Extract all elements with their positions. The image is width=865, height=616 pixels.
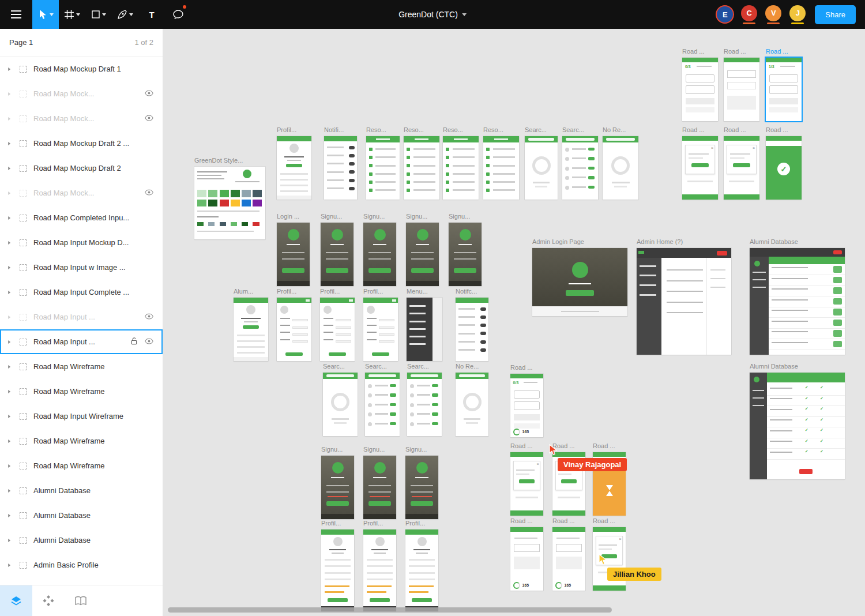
- canvas-frame[interactable]: Road ...×: [724, 136, 759, 200]
- expand-chevron-icon[interactable]: [7, 439, 13, 444]
- canvas-frame[interactable]: Road ...✓: [766, 136, 802, 200]
- layer-row[interactable]: Road Map Mockup Draft 1: [0, 57, 163, 81]
- frame-title[interactable]: Road ...: [593, 442, 615, 449]
- frame-title[interactable]: Searc...: [365, 363, 387, 370]
- canvas-frame[interactable]: Signu...: [406, 223, 439, 286]
- layer-row[interactable]: Admin Basic Profile: [0, 553, 163, 577]
- frame-title[interactable]: Profil...: [320, 288, 340, 295]
- frame-title[interactable]: Login ...: [277, 213, 299, 220]
- eye-icon[interactable]: [145, 313, 153, 321]
- frame-title[interactable]: Road ...: [510, 364, 533, 371]
- frame-title[interactable]: Notifi...: [324, 126, 344, 133]
- canvas-frame[interactable]: Road ...1/3: [766, 58, 802, 121]
- frame-title[interactable]: Road ...: [552, 442, 575, 449]
- canvas-frame[interactable]: Signu...: [405, 456, 438, 519]
- move-tool[interactable]: [32, 0, 59, 29]
- frame-title[interactable]: Signu...: [449, 213, 470, 220]
- avatar[interactable]: V: [765, 5, 781, 24]
- canvas-frame[interactable]: Profil...: [321, 529, 354, 611]
- pen-tool[interactable]: [112, 0, 138, 29]
- canvas-frame[interactable]: Searc...: [562, 136, 598, 200]
- expand-chevron-icon[interactable]: [7, 241, 13, 245]
- frame-title[interactable]: Road ...: [682, 126, 705, 133]
- layer-row[interactable]: Road Map Wireframe: [0, 453, 163, 478]
- expand-chevron-icon[interactable]: [7, 141, 13, 146]
- canvas-frame[interactable]: Alumni Database✓✓✓✓✓✓✓✓✓✓✓✓✓✓: [750, 373, 845, 479]
- expand-chevron-icon[interactable]: [7, 265, 13, 270]
- text-tool[interactable]: T: [138, 0, 165, 29]
- canvas-frame[interactable]: Road ...×: [682, 136, 718, 200]
- frame-title[interactable]: Admin Login Page: [532, 238, 584, 245]
- canvas-frame[interactable]: No Re...: [603, 136, 638, 200]
- expand-chevron-icon[interactable]: [7, 489, 13, 493]
- frame-title[interactable]: Road ...: [682, 48, 705, 55]
- expand-chevron-icon[interactable]: [7, 216, 13, 220]
- canvas-frame[interactable]: Reso...: [366, 136, 400, 200]
- page-selector[interactable]: Page 1: [9, 38, 33, 47]
- horizontal-scrollbar[interactable]: [168, 607, 612, 613]
- frame-title[interactable]: Reso...: [443, 126, 463, 133]
- eye-icon[interactable]: [145, 189, 153, 197]
- layer-row[interactable]: Road Map Input Complete ...: [0, 280, 163, 305]
- canvas-frame[interactable]: No Re...: [456, 373, 488, 436]
- canvas-frame[interactable]: Searc...: [323, 373, 358, 436]
- layer-row[interactable]: Road Map Mock...: [0, 181, 163, 205]
- layer-row[interactable]: Road Map Completed Inpu...: [0, 205, 163, 230]
- frame-title[interactable]: Road ...: [766, 48, 788, 55]
- layer-row[interactable]: Road Map Input Wireframe: [0, 404, 163, 429]
- lock-icon[interactable]: [130, 337, 138, 347]
- frame-title[interactable]: Road ...: [724, 126, 746, 133]
- layer-row[interactable]: Road Map Mockup Draft 2: [0, 156, 163, 181]
- avatar[interactable]: J: [789, 5, 806, 24]
- expand-chevron-icon[interactable]: [7, 191, 13, 196]
- canvas-frame[interactable]: Road ...×: [510, 452, 543, 516]
- layer-row[interactable]: Road Map Input ...: [0, 305, 163, 329]
- avatar[interactable]: E: [717, 6, 733, 22]
- frame-title[interactable]: Reso...: [483, 126, 503, 133]
- components-panel-tab[interactable]: [32, 585, 65, 616]
- frame-title[interactable]: No Re...: [603, 126, 626, 133]
- frame-title[interactable]: Reso...: [366, 126, 386, 133]
- frame-title[interactable]: Profil...: [363, 288, 383, 295]
- frame-title[interactable]: Notifc...: [456, 288, 477, 295]
- canvas-frame[interactable]: Alum...: [234, 298, 268, 361]
- canvas-frame[interactable]: Profil...: [405, 529, 438, 611]
- frame-title[interactable]: Road ...: [510, 442, 533, 449]
- frame-title[interactable]: Road ...: [552, 517, 575, 524]
- frame-title[interactable]: Searc...: [323, 363, 345, 370]
- frame-title[interactable]: Alum...: [234, 288, 253, 295]
- frame-title[interactable]: Signu...: [321, 446, 343, 453]
- expand-chevron-icon[interactable]: [7, 538, 13, 543]
- frame-title[interactable]: Reso...: [404, 126, 424, 133]
- expand-chevron-icon[interactable]: [7, 315, 13, 320]
- canvas-frame[interactable]: Road ...165: [510, 527, 543, 591]
- layer-row[interactable]: Alumni Database: [0, 478, 163, 503]
- canvas-frame[interactable]: Road ...: [724, 58, 759, 121]
- frame-title[interactable]: Searc...: [407, 363, 429, 370]
- layer-row[interactable]: Alumni Database: [0, 528, 163, 553]
- canvas-frame[interactable]: Notifi...: [324, 136, 357, 200]
- avatar[interactable]: C: [741, 5, 757, 24]
- frame-title[interactable]: Signu...: [363, 213, 385, 220]
- frame-title[interactable]: Road ...: [766, 126, 788, 133]
- expand-chevron-icon[interactable]: [7, 67, 13, 72]
- expand-chevron-icon[interactable]: [7, 290, 13, 295]
- expand-chevron-icon[interactable]: [7, 92, 13, 96]
- canvas-frame[interactable]: Admin Login Page: [532, 248, 627, 316]
- canvas[interactable]: Road ...0/3Road ...Road ...1/3Road ...×R…: [163, 29, 865, 616]
- canvas-frame[interactable]: Profil...: [363, 298, 398, 361]
- comment-tool[interactable]: [165, 0, 191, 29]
- expand-chevron-icon[interactable]: [7, 513, 13, 518]
- canvas-frame[interactable]: Menu...: [407, 298, 442, 361]
- canvas-frame[interactable]: Signu...: [363, 223, 396, 286]
- canvas-frame[interactable]: Signu...: [321, 456, 354, 519]
- expand-chevron-icon[interactable]: [7, 117, 13, 121]
- frame-title[interactable]: Alumni Database: [750, 238, 798, 245]
- canvas-frame[interactable]: Notifc...: [456, 298, 488, 361]
- canvas-frame[interactable]: Admin Home (?): [637, 248, 731, 355]
- canvas-frame[interactable]: Road ...0/3165: [510, 374, 543, 437]
- frame-title[interactable]: No Re...: [456, 363, 479, 370]
- canvas-frame[interactable]: Reso...: [404, 136, 439, 200]
- canvas-frame[interactable]: Searc...: [365, 373, 400, 436]
- canvas-frame[interactable]: Login ...: [277, 223, 310, 286]
